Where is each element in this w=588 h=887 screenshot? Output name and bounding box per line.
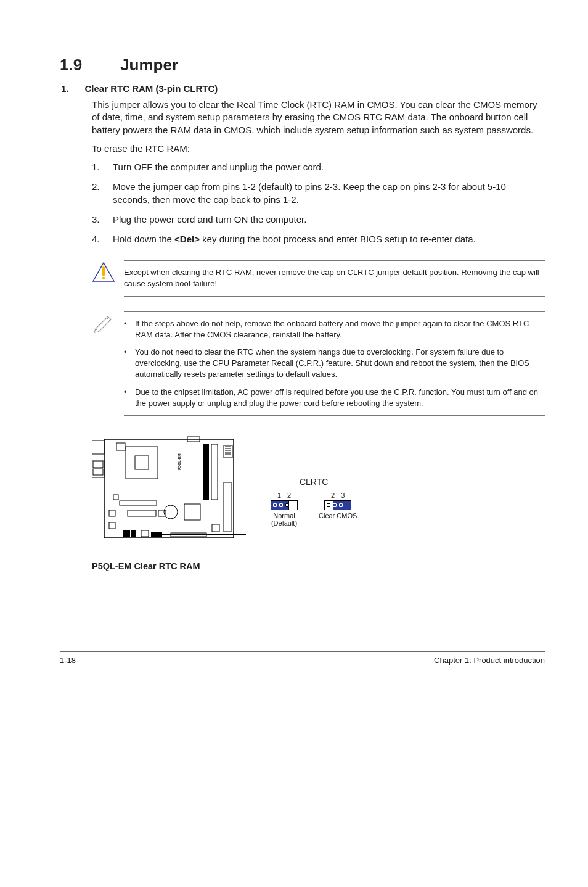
svg-rect-27 <box>128 510 156 516</box>
chapter-label: Chapter 1: Product introduction <box>434 656 545 665</box>
svg-rect-30 <box>212 524 219 532</box>
svg-line-3 <box>96 329 99 332</box>
caution-icon <box>92 260 124 285</box>
svg-rect-10 <box>135 456 149 469</box>
pencil-icon <box>92 311 124 336</box>
svg-rect-5 <box>92 440 104 454</box>
erase-paragraph: To erase the RTC RAM: <box>92 142 545 155</box>
subsection-title: Clear RTC RAM (3-pin CLRTC) <box>85 83 218 94</box>
note-item: •Due to the chipset limitation, AC power… <box>124 387 545 409</box>
svg-rect-26 <box>109 510 115 516</box>
jumper-title: CLRTC <box>271 477 357 487</box>
caution-text: Except when clearing the RTC RAM, never … <box>124 260 545 296</box>
svg-rect-23 <box>224 482 231 532</box>
svg-rect-32 <box>131 530 136 537</box>
notes-content: •If the steps above do not help, remove … <box>124 311 545 416</box>
svg-rect-17 <box>224 445 232 458</box>
svg-rect-25 <box>120 501 157 505</box>
section-title: Jumper <box>120 56 178 75</box>
step-number: 3. <box>92 213 113 226</box>
step-text: Plug the power cord and turn ON the comp… <box>113 213 306 226</box>
jumper-clear: 2 3 Clear CMOS <box>319 492 357 520</box>
subsection-number: 1. <box>61 83 69 94</box>
svg-rect-34 <box>151 532 162 537</box>
svg-rect-13 <box>203 444 209 500</box>
step-text: Move the jumper cap from pins 1-2 (defau… <box>113 181 545 206</box>
page-number: 1-18 <box>60 656 76 665</box>
step-item: 2. Move the jumper cap from pins 1-2 (de… <box>92 181 545 206</box>
section-heading: 1.9 Jumper <box>60 56 545 75</box>
svg-point-2 <box>102 277 105 279</box>
step-number: 1. <box>92 161 113 173</box>
step-number: 4. <box>92 233 113 245</box>
board-diagram: P5QL-EM P5QL-EM Clear RTC RAM <box>92 433 246 571</box>
section-number: 1.9 <box>60 56 82 75</box>
svg-rect-29 <box>109 522 115 529</box>
svg-rect-31 <box>123 530 130 537</box>
svg-rect-15 <box>184 504 200 520</box>
svg-rect-9 <box>126 447 158 479</box>
jumper-normal: 1 2 Normal (Default) <box>271 492 298 527</box>
note-item: •You do not need to clear the RTC when t… <box>124 347 545 381</box>
intro-paragraph: This jumper allows you to clear the Real… <box>92 99 545 136</box>
step-item: 1. Turn OFF the computer and unplug the … <box>92 161 545 173</box>
step-item: 4. Hold down the <Del> key during the bo… <box>92 233 545 245</box>
note-item: •If the steps above do not help, remove … <box>124 318 545 340</box>
jumper-diagram: CLRTC 1 2 Normal (Default) <box>271 477 357 527</box>
svg-rect-8 <box>93 469 103 475</box>
step-text: Turn OFF the computer and unplug the pow… <box>113 161 324 173</box>
page-footer: 1-18 Chapter 1: Product introduction <box>60 651 545 665</box>
svg-rect-33 <box>141 530 149 537</box>
board-label: P5QL-EM <box>178 453 181 470</box>
caution-block: Except when clearing the RTC RAM, never … <box>92 260 545 296</box>
subsection-heading: 1. Clear RTC RAM (3-pin CLRTC) <box>61 83 545 94</box>
svg-rect-7 <box>93 461 103 468</box>
steps-list: 1. Turn OFF the computer and unplug the … <box>92 161 545 245</box>
step-number: 2. <box>92 181 113 206</box>
step-item: 3. Plug the power cord and turn ON the c… <box>92 213 545 226</box>
step-text: Hold down the <Del> key during the boot … <box>113 233 476 245</box>
notes-block: •If the steps above do not help, remove … <box>92 311 545 416</box>
diagram-area: P5QL-EM P5QL-EM Clear RTC RAM CLRTC 1 2 <box>92 433 545 571</box>
svg-rect-11 <box>116 443 125 450</box>
diagram-caption: P5QL-EM Clear RTC RAM <box>92 561 246 571</box>
svg-rect-24 <box>113 495 118 500</box>
svg-rect-14 <box>211 444 218 500</box>
